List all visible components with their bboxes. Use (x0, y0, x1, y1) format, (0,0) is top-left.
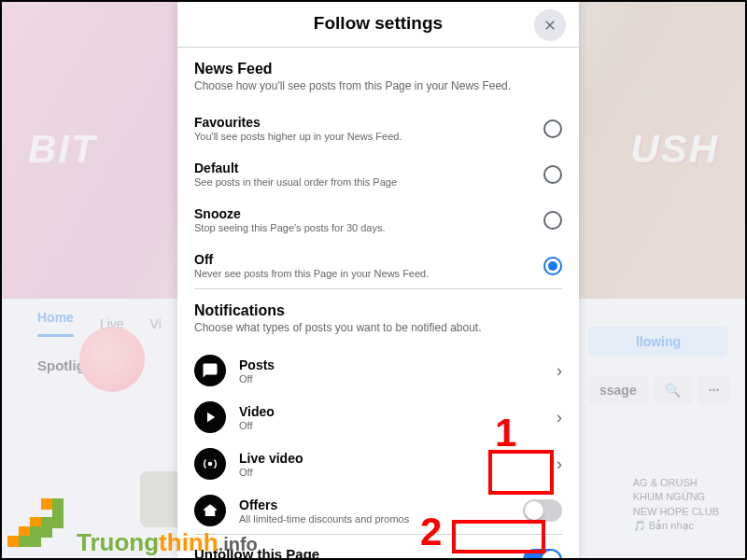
logo-text: Truongthinh.info (77, 530, 258, 554)
watermark-logo: Truongthinh.info (7, 498, 258, 554)
annotation-box-2 (452, 520, 545, 553)
annotation-number-2: 2 (420, 510, 442, 554)
image-frame (0, 0, 747, 560)
annotation-number-1: 1 (495, 411, 516, 455)
annotation-box-1 (488, 450, 554, 495)
logo-icon (7, 498, 75, 554)
